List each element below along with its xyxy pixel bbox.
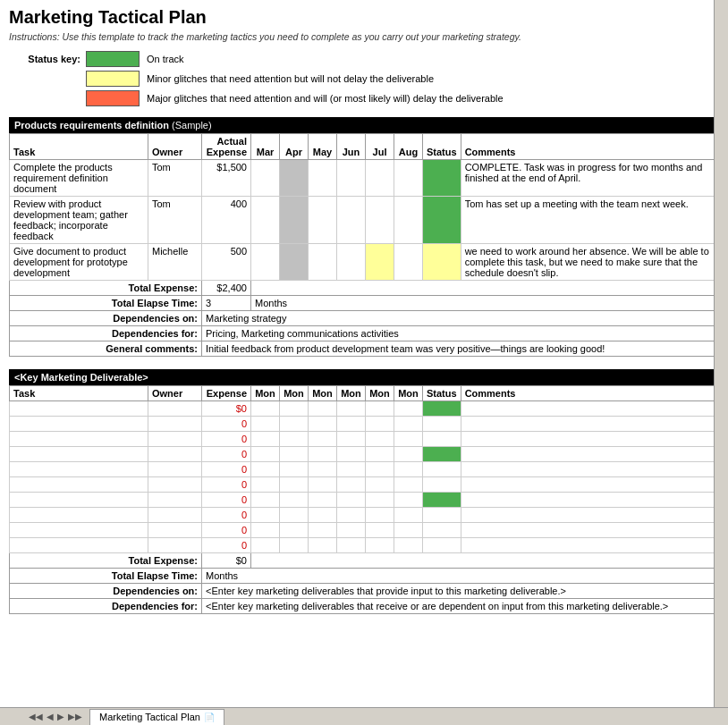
status-green-box bbox=[86, 51, 140, 67]
row2-apr bbox=[280, 197, 309, 244]
row2-jun bbox=[337, 197, 366, 244]
row3-expense: 500 bbox=[202, 244, 251, 281]
table-row: $0 bbox=[10, 401, 719, 417]
table-row: 0 bbox=[10, 523, 719, 538]
tab-bar: ◀◀ ◀ ▶ ▶▶ Marketing Tactical Plan 📄 bbox=[0, 707, 728, 725]
status-key-section: Status key: On track Minor glitches that… bbox=[9, 51, 719, 106]
section1-header: Products requirements definition (Sample… bbox=[9, 117, 719, 133]
row2-expense: 400 bbox=[202, 197, 251, 244]
instructions-text: Instructions: Use this template to track… bbox=[9, 31, 719, 42]
table-row: 0 bbox=[10, 447, 719, 462]
dependencies-for-value: Pricing, Marketing communications activi… bbox=[202, 326, 719, 341]
col-header-may: May bbox=[309, 134, 337, 160]
status-red-box bbox=[86, 90, 140, 106]
dependencies-on-value: Marketing strategy bbox=[202, 311, 719, 326]
row1-aug bbox=[394, 160, 423, 197]
total-expense-value: $2,400 bbox=[202, 281, 251, 296]
table-row: Give document to product development for… bbox=[10, 244, 719, 281]
dependencies-for-label: Dependencies for: bbox=[10, 326, 202, 341]
s2-dependencies-for-label: Dependencies for: bbox=[10, 599, 202, 614]
row3-jun bbox=[337, 244, 366, 281]
scrollbar[interactable] bbox=[714, 0, 728, 707]
row2-status bbox=[423, 197, 461, 244]
table-row: 0 bbox=[10, 508, 719, 523]
col-header-expense: ActualExpense bbox=[202, 134, 251, 160]
s2-col-header-task: Task bbox=[10, 386, 148, 401]
status-red-desc: Major glitches that need attention and w… bbox=[147, 93, 504, 104]
status-yellow-box bbox=[86, 71, 140, 87]
row2-aug bbox=[394, 197, 423, 244]
tab-marketing-tactical-plan[interactable]: Marketing Tactical Plan 📄 bbox=[89, 709, 224, 725]
general-comments-label: General comments: bbox=[10, 341, 202, 357]
row1-jul bbox=[366, 160, 394, 197]
s2-total-expense-value: $0 bbox=[202, 553, 251, 569]
section1-table: Task Owner ActualExpense Mar Apr May Jun… bbox=[9, 133, 719, 357]
row3-aug bbox=[394, 244, 423, 281]
dependencies-for-row: Dependencies for: Pricing, Marketing com… bbox=[10, 326, 719, 341]
s2-total-elapse-row: Total Elapse Time: Months bbox=[10, 569, 719, 584]
s2-col-header-expense: Expense bbox=[202, 386, 251, 401]
dependencies-on-row: Dependencies on: Marketing strategy bbox=[10, 311, 719, 326]
s2-dependencies-for-row: Dependencies for: <Enter key marketing d… bbox=[10, 599, 719, 614]
row3-comments: we need to work around her absence. We w… bbox=[461, 244, 718, 281]
row1-jun bbox=[337, 160, 366, 197]
row1-task: Complete the products requirement defini… bbox=[10, 160, 148, 197]
row2-mar bbox=[251, 197, 280, 244]
s2-col-header-mon2: Mon bbox=[280, 386, 309, 401]
row2-jul bbox=[366, 197, 394, 244]
table-row: 0 bbox=[10, 432, 719, 447]
tab-arrow-left-left[interactable]: ◀◀ bbox=[29, 712, 43, 721]
row2-owner: Tom bbox=[148, 197, 202, 244]
table-row: 0 bbox=[10, 417, 719, 432]
s2-dependencies-on-value: <Enter key marketing deliverables that p… bbox=[202, 584, 719, 599]
total-elapse-value: 3 bbox=[202, 296, 251, 311]
s2-col-header-owner: Owner bbox=[148, 386, 202, 401]
row3-jul bbox=[366, 244, 394, 281]
row1-owner: Tom bbox=[148, 160, 202, 197]
s2-total-elapse-unit: Months bbox=[202, 569, 719, 584]
tab-arrow-left[interactable]: ◀ bbox=[47, 712, 54, 721]
total-expense-label: Total Expense: bbox=[10, 281, 202, 296]
col-header-aug: Aug bbox=[394, 134, 423, 160]
s2-total-elapse-label: Total Elapse Time: bbox=[10, 569, 202, 584]
row3-apr bbox=[280, 244, 309, 281]
s2-dependencies-on-row: Dependencies on: <Enter key marketing de… bbox=[10, 584, 719, 599]
col-header-comments: Comments bbox=[461, 134, 718, 160]
s2-col-header-mon3: Mon bbox=[309, 386, 337, 401]
s2-col-header-status: Status bbox=[423, 386, 461, 401]
tab-sheet-icon: 📄 bbox=[204, 712, 215, 722]
row3-mar bbox=[251, 244, 280, 281]
total-elapse-label: Total Elapse Time: bbox=[10, 296, 202, 311]
section2-table: Task Owner Expense Mon Mon Mon Mon Mon M… bbox=[9, 385, 719, 614]
table-row: Complete the products requirement defini… bbox=[10, 160, 719, 197]
row3-task: Give document to product development for… bbox=[10, 244, 148, 281]
dependencies-on-label: Dependencies on: bbox=[10, 311, 202, 326]
s2-col-header-mon5: Mon bbox=[366, 386, 394, 401]
col-header-jun: Jun bbox=[337, 134, 366, 160]
row1-may bbox=[309, 160, 337, 197]
table-row: Review with product development team; ga… bbox=[10, 197, 719, 244]
total-elapse-row: Total Elapse Time: 3 Months bbox=[10, 296, 719, 311]
row3-status bbox=[423, 244, 461, 281]
total-elapse-unit: Months bbox=[251, 296, 719, 311]
total-expense-row: Total Expense: $2,400 bbox=[10, 281, 719, 296]
tab-arrow-right[interactable]: ▶ bbox=[57, 712, 64, 721]
s2-total-expense-label: Total Expense: bbox=[10, 553, 202, 569]
row1-comments: COMPLETE. Task was in progress for two m… bbox=[461, 160, 718, 197]
table-row: 0 bbox=[10, 538, 719, 553]
s2-col-header-mon6: Mon bbox=[394, 386, 423, 401]
s2-total-expense-row: Total Expense: $0 bbox=[10, 553, 719, 569]
col-header-jul: Jul bbox=[366, 134, 394, 160]
tab-arrows[interactable]: ◀◀ ◀ ▶ ▶▶ bbox=[27, 712, 84, 721]
general-comments-value: Initial feedback from product developmen… bbox=[202, 341, 719, 357]
tab-arrow-right-right[interactable]: ▶▶ bbox=[68, 712, 82, 721]
table-row: 0 bbox=[10, 493, 719, 508]
col-header-apr: Apr bbox=[280, 134, 309, 160]
status-yellow-desc: Minor glitches that need attention but w… bbox=[147, 73, 434, 84]
table-row: 0 bbox=[10, 462, 719, 477]
col-header-task: Task bbox=[10, 134, 148, 160]
s2-col-header-mon1: Mon bbox=[251, 386, 280, 401]
row2-comments: Tom has set up a meeting with the team n… bbox=[461, 197, 718, 244]
s2-col-header-mon4: Mon bbox=[337, 386, 366, 401]
row3-may bbox=[309, 244, 337, 281]
